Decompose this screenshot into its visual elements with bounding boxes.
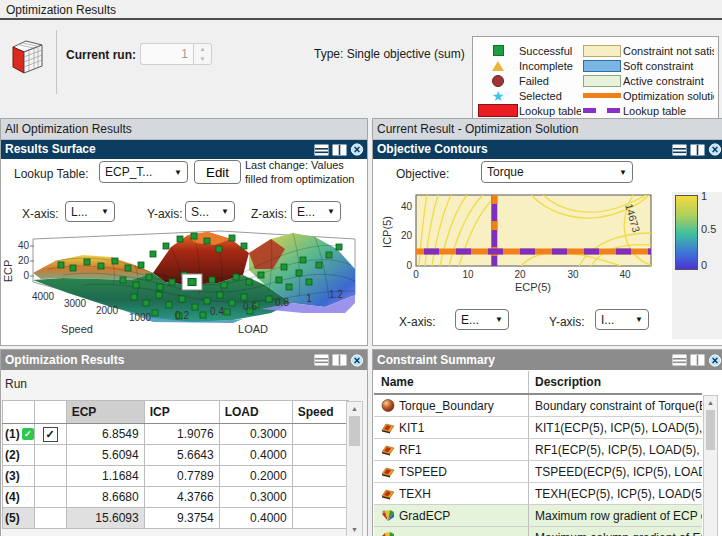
accept-header[interactable] bbox=[34, 401, 66, 424]
column-header-name[interactable]: Name bbox=[374, 371, 529, 393]
layout-columns-icon[interactable] bbox=[690, 144, 705, 156]
x-axis-dropdown[interactable]: L... ▼ bbox=[65, 201, 115, 222]
constraint-table-scrollbar[interactable]: ▲ bbox=[703, 395, 718, 536]
table-row[interactable]: TEXH TEXH(ECP(5), ICP(5), LOAD(5), Speed bbox=[374, 483, 702, 505]
objective-contours-title: Objective Contours bbox=[377, 140, 488, 159]
table-row[interactable]: (5) 15.6093 9.3754 0.4000 bbox=[3, 508, 349, 529]
scrollbar-thumb[interactable] bbox=[349, 416, 360, 446]
layout-columns-icon[interactable] bbox=[332, 144, 347, 156]
y-axis-dropdown[interactable]: I... ▼ bbox=[595, 309, 649, 330]
lookup-table-dropdown[interactable]: ECP_T... ▼ bbox=[99, 161, 188, 183]
layout-rows-icon[interactable] bbox=[672, 144, 687, 156]
cell-icp[interactable]: 9.3754 bbox=[144, 508, 219, 529]
constraint-summary-panel: Constraint Summary Name Description bbox=[372, 349, 722, 536]
table-row[interactable]: RF1 RF1(ECP(5), ICP(5), LOAD(5), Speed(5 bbox=[374, 439, 702, 461]
table-row[interactable]: (3) 1.1684 0.7789 0.2000 bbox=[3, 466, 349, 487]
cell-speed[interactable] bbox=[292, 424, 348, 445]
scrollbar-thumb[interactable] bbox=[706, 410, 715, 450]
cell-load[interactable]: 0.4000 bbox=[219, 445, 292, 466]
y-tick: 20 bbox=[401, 230, 413, 241]
objective-label: Objective: bbox=[396, 167, 449, 181]
cell-load[interactable]: 0.3000 bbox=[219, 487, 292, 508]
scroll-down-icon[interactable]: ▼ bbox=[347, 523, 362, 536]
constraint-description: KIT1(ECP(5), ICP(5), LOAD(5), Speed( bbox=[529, 417, 702, 438]
z-axis-value: E... bbox=[297, 205, 315, 219]
constraint-name: KIT1 bbox=[399, 421, 424, 435]
y-axis-title: ICP(5) bbox=[381, 216, 393, 248]
close-icon[interactable] bbox=[708, 143, 722, 156]
close-icon[interactable] bbox=[708, 354, 722, 367]
cell-load[interactable]: 0.4000 bbox=[219, 508, 292, 529]
legend-row: Incomplete Soft constraint bbox=[477, 58, 714, 73]
edit-button[interactable]: Edit bbox=[194, 160, 241, 184]
table-row[interactable]: KIT1 KIT1(ECP(5), ICP(5), LOAD(5), Speed… bbox=[374, 417, 702, 439]
accept-cell[interactable] bbox=[34, 487, 66, 508]
current-run-value[interactable]: 1 bbox=[140, 43, 193, 65]
close-icon[interactable] bbox=[350, 143, 364, 156]
lookup-table-cube-icon bbox=[9, 36, 47, 81]
layout-rows-icon[interactable] bbox=[672, 354, 687, 366]
column-header-load[interactable]: LOAD bbox=[219, 401, 292, 424]
y-axis-dropdown[interactable]: S... ▼ bbox=[185, 201, 235, 222]
table-row-active-constraint[interactable]: Maximum column gradient of ECP over bbox=[374, 527, 702, 536]
failed-marker-icon bbox=[492, 75, 504, 87]
accept-checkbox[interactable]: ✓ bbox=[43, 427, 58, 442]
layout-columns-icon[interactable] bbox=[332, 354, 347, 366]
scroll-up-icon[interactable]: ▲ bbox=[347, 402, 362, 415]
table-row[interactable]: TSPEED TSPEED(ECP(5), ICP(5), LOAD(5), S… bbox=[374, 461, 702, 483]
column-header-ecp[interactable]: ECP bbox=[66, 401, 144, 424]
table-row[interactable]: (4) 8.6680 4.3766 0.3000 bbox=[3, 487, 349, 508]
accept-cell[interactable] bbox=[34, 445, 66, 466]
layout-rows-icon[interactable] bbox=[314, 354, 329, 366]
cell-load[interactable]: 0.3000 bbox=[219, 424, 292, 445]
current-run-spinner[interactable]: 1 ▲ ▼ bbox=[140, 43, 213, 65]
x-tick: 30 bbox=[567, 269, 579, 280]
layout-rows-icon[interactable] bbox=[314, 144, 329, 156]
cell-icp[interactable]: 1.9076 bbox=[144, 424, 219, 445]
cell-ecp[interactable]: 15.6093 bbox=[66, 508, 144, 529]
objective-value: Torque bbox=[487, 165, 524, 179]
optimization-results-table-panel: Optimization Results Run ECP ICP bbox=[0, 349, 368, 536]
spinner-up-icon[interactable]: ▲ bbox=[194, 44, 211, 54]
table-row[interactable]: (2) 5.6094 5.6643 0.4000 bbox=[3, 445, 349, 466]
cell-load[interactable]: 0.2000 bbox=[219, 466, 292, 487]
column-header-icp[interactable]: ICP bbox=[144, 401, 219, 424]
lookup-table-label: Lookup Table: bbox=[14, 167, 89, 181]
accept-cell[interactable] bbox=[34, 508, 66, 529]
successful-marker-icon bbox=[493, 45, 504, 56]
column-header-description[interactable]: Description bbox=[529, 371, 702, 393]
results-surface-plot[interactable]: 40 20 0 ECP 4000 3000 2000 1000 Speed 0.… bbox=[3, 225, 365, 345]
cell-speed[interactable] bbox=[292, 466, 348, 487]
constraint-description: Boundary constraint of Torque(ECP(5), bbox=[529, 395, 702, 416]
z-tick: 20 bbox=[18, 255, 30, 266]
cell-icp[interactable]: 0.7789 bbox=[144, 466, 219, 487]
constraint-summary-title: Constraint Summary bbox=[377, 350, 495, 370]
cell-ecp[interactable]: 1.1684 bbox=[66, 466, 144, 487]
cell-icp[interactable]: 5.6643 bbox=[144, 445, 219, 466]
close-icon[interactable] bbox=[350, 354, 364, 367]
cell-speed[interactable] bbox=[292, 445, 348, 466]
objective-dropdown[interactable]: Torque ▼ bbox=[481, 161, 633, 183]
legend-label: Constraint not satisfied bbox=[623, 45, 714, 57]
run-header[interactable] bbox=[3, 401, 35, 424]
layout-columns-icon[interactable] bbox=[690, 354, 705, 366]
cell-icp[interactable]: 4.3766 bbox=[144, 487, 219, 508]
cell-ecp[interactable]: 5.6094 bbox=[66, 445, 144, 466]
accept-cell[interactable] bbox=[34, 466, 66, 487]
z-axis-dropdown[interactable]: E... ▼ bbox=[291, 201, 341, 222]
cell-speed[interactable] bbox=[292, 487, 348, 508]
chevron-down-icon: ▼ bbox=[327, 207, 335, 216]
column-header-speed[interactable]: Speed bbox=[292, 401, 348, 424]
cell-ecp[interactable]: 6.8549 bbox=[66, 424, 144, 445]
objective-contour-plot[interactable]: 14673 40 20 0 ICP(5) 0 10 20 30 40 ECP(5… bbox=[381, 185, 681, 300]
cell-speed[interactable] bbox=[292, 508, 348, 529]
cell-ecp[interactable]: 8.6680 bbox=[66, 487, 144, 508]
spinner-down-icon[interactable]: ▼ bbox=[194, 54, 211, 64]
table-row-active-constraint[interactable]: GradECP Maximum row gradient of ECP over… bbox=[374, 505, 702, 527]
table-row[interactable]: (1)✓ ✓ 6.8549 1.9076 0.3000 bbox=[3, 424, 349, 445]
table-row[interactable]: Torque_Boundary Boundary constraint of T… bbox=[374, 395, 702, 417]
legend-label: Optimization solution bbox=[623, 90, 714, 102]
x-axis-dropdown[interactable]: E... ▼ bbox=[455, 309, 509, 330]
scroll-up-icon[interactable]: ▲ bbox=[704, 396, 717, 409]
results-table-scrollbar[interactable]: ▲ ▼ bbox=[346, 401, 363, 536]
